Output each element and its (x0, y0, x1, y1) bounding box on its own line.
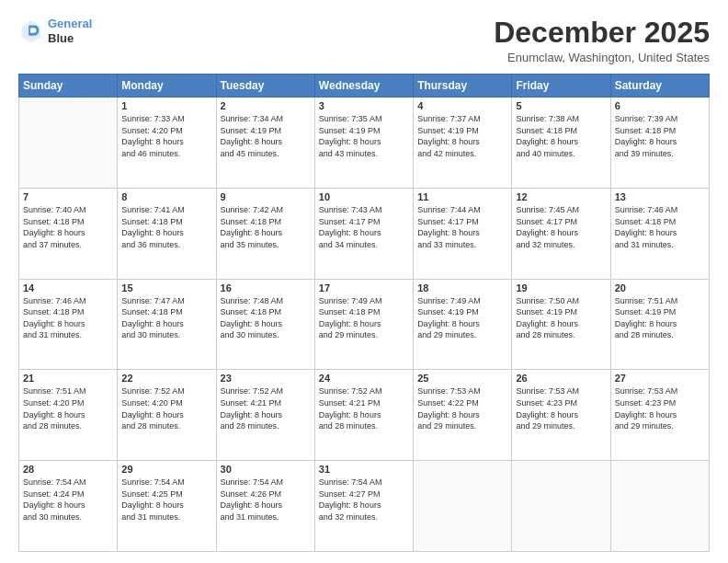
calendar-day-header: Thursday (414, 75, 512, 98)
calendar-day-header: Monday (118, 75, 216, 98)
calendar-cell: 18Sunrise: 7:49 AM Sunset: 4:19 PM Dayli… (414, 279, 512, 370)
calendar-week-row: 14Sunrise: 7:46 AM Sunset: 4:18 PM Dayli… (19, 279, 710, 370)
cell-content: Sunrise: 7:49 AM Sunset: 4:18 PM Dayligh… (319, 295, 409, 341)
calendar-header-row: SundayMondayTuesdayWednesdayThursdayFrid… (19, 75, 710, 98)
calendar-cell: 9Sunrise: 7:42 AM Sunset: 4:18 PM Daylig… (216, 188, 314, 279)
calendar-cell: 17Sunrise: 7:49 AM Sunset: 4:18 PM Dayli… (314, 279, 413, 370)
cell-content: Sunrise: 7:35 AM Sunset: 4:19 PM Dayligh… (319, 113, 409, 159)
title-block: December 2025 Enumclaw, Washington, Unit… (494, 17, 710, 64)
cell-content: Sunrise: 7:53 AM Sunset: 4:22 PM Dayligh… (417, 385, 507, 431)
day-number: 20 (615, 282, 705, 293)
calendar-cell: 26Sunrise: 7:53 AM Sunset: 4:23 PM Dayli… (512, 370, 610, 461)
cell-content: Sunrise: 7:40 AM Sunset: 4:18 PM Dayligh… (23, 204, 113, 250)
day-number: 12 (516, 191, 606, 202)
logo-line2: Blue (48, 31, 92, 46)
calendar-cell (610, 461, 709, 552)
calendar-cell: 5Sunrise: 7:38 AM Sunset: 4:18 PM Daylig… (512, 98, 610, 189)
calendar-week-row: 7Sunrise: 7:40 AM Sunset: 4:18 PM Daylig… (19, 188, 710, 279)
calendar-day-header: Wednesday (314, 75, 413, 98)
calendar-day-header: Sunday (19, 75, 118, 98)
calendar-table: SundayMondayTuesdayWednesdayThursdayFrid… (18, 74, 710, 552)
day-number: 6 (615, 100, 705, 111)
day-number: 24 (319, 373, 409, 384)
day-number: 13 (615, 191, 705, 202)
day-number: 8 (121, 191, 211, 202)
day-number: 2 (221, 100, 311, 111)
calendar-cell (512, 461, 610, 552)
day-number: 7 (23, 191, 113, 202)
calendar-cell: 13Sunrise: 7:46 AM Sunset: 4:18 PM Dayli… (610, 188, 709, 279)
calendar-cell: 1Sunrise: 7:33 AM Sunset: 4:20 PM Daylig… (118, 98, 216, 189)
day-number: 9 (221, 191, 311, 202)
cell-content: Sunrise: 7:54 AM Sunset: 4:26 PM Dayligh… (221, 477, 311, 523)
day-number: 5 (516, 100, 606, 111)
day-number: 18 (417, 282, 507, 293)
day-number: 16 (221, 282, 311, 293)
cell-content: Sunrise: 7:45 AM Sunset: 4:17 PM Dayligh… (516, 204, 606, 250)
calendar-cell: 8Sunrise: 7:41 AM Sunset: 4:18 PM Daylig… (118, 188, 216, 279)
cell-content: Sunrise: 7:52 AM Sunset: 4:21 PM Dayligh… (221, 385, 311, 431)
calendar-cell: 6Sunrise: 7:39 AM Sunset: 4:18 PM Daylig… (610, 98, 709, 189)
day-number: 15 (121, 282, 211, 293)
day-number: 30 (221, 464, 311, 475)
calendar-cell: 29Sunrise: 7:54 AM Sunset: 4:25 PM Dayli… (118, 461, 216, 552)
cell-content: Sunrise: 7:50 AM Sunset: 4:19 PM Dayligh… (516, 295, 606, 341)
calendar-day-header: Saturday (610, 75, 709, 98)
calendar-cell: 22Sunrise: 7:52 AM Sunset: 4:20 PM Dayli… (118, 370, 216, 461)
cell-content: Sunrise: 7:43 AM Sunset: 4:17 PM Dayligh… (319, 204, 409, 250)
cell-content: Sunrise: 7:44 AM Sunset: 4:17 PM Dayligh… (417, 204, 507, 250)
calendar-cell (414, 461, 512, 552)
location: Enumclaw, Washington, United States (494, 51, 710, 64)
cell-content: Sunrise: 7:54 AM Sunset: 4:24 PM Dayligh… (23, 477, 113, 523)
cell-content: Sunrise: 7:41 AM Sunset: 4:18 PM Dayligh… (121, 204, 211, 250)
cell-content: Sunrise: 7:46 AM Sunset: 4:18 PM Dayligh… (615, 204, 705, 250)
day-number: 21 (23, 373, 113, 384)
day-number: 26 (516, 373, 606, 384)
cell-content: Sunrise: 7:42 AM Sunset: 4:18 PM Dayligh… (221, 204, 311, 250)
logo-line1: General (48, 17, 92, 30)
cell-content: Sunrise: 7:53 AM Sunset: 4:23 PM Dayligh… (615, 385, 705, 431)
calendar-cell: 28Sunrise: 7:54 AM Sunset: 4:24 PM Dayli… (19, 461, 118, 552)
calendar-cell: 10Sunrise: 7:43 AM Sunset: 4:17 PM Dayli… (314, 188, 413, 279)
calendar-cell: 27Sunrise: 7:53 AM Sunset: 4:23 PM Dayli… (610, 370, 709, 461)
calendar-cell: 24Sunrise: 7:52 AM Sunset: 4:21 PM Dayli… (314, 370, 413, 461)
calendar-cell (19, 98, 118, 189)
cell-content: Sunrise: 7:38 AM Sunset: 4:18 PM Dayligh… (516, 113, 606, 159)
cell-content: Sunrise: 7:53 AM Sunset: 4:23 PM Dayligh… (516, 385, 606, 431)
day-number: 11 (417, 191, 507, 202)
calendar-day-header: Tuesday (216, 75, 314, 98)
day-number: 28 (23, 464, 113, 475)
day-number: 27 (615, 373, 705, 384)
day-number: 19 (516, 282, 606, 293)
header: General Blue December 2025 Enumclaw, Was… (18, 17, 710, 64)
day-number: 17 (319, 282, 409, 293)
day-number: 25 (417, 373, 507, 384)
cell-content: Sunrise: 7:48 AM Sunset: 4:18 PM Dayligh… (221, 295, 311, 341)
calendar-cell: 14Sunrise: 7:46 AM Sunset: 4:18 PM Dayli… (19, 279, 118, 370)
cell-content: Sunrise: 7:34 AM Sunset: 4:19 PM Dayligh… (221, 113, 311, 159)
cell-content: Sunrise: 7:51 AM Sunset: 4:20 PM Dayligh… (23, 385, 113, 431)
calendar-cell: 2Sunrise: 7:34 AM Sunset: 4:19 PM Daylig… (216, 98, 314, 189)
cell-content: Sunrise: 7:51 AM Sunset: 4:19 PM Dayligh… (615, 295, 705, 341)
day-number: 14 (23, 282, 113, 293)
calendar-cell: 25Sunrise: 7:53 AM Sunset: 4:22 PM Dayli… (414, 370, 512, 461)
day-number: 22 (121, 373, 211, 384)
cell-content: Sunrise: 7:39 AM Sunset: 4:18 PM Dayligh… (615, 113, 705, 159)
calendar-cell: 7Sunrise: 7:40 AM Sunset: 4:18 PM Daylig… (19, 188, 118, 279)
calendar-cell: 21Sunrise: 7:51 AM Sunset: 4:20 PM Dayli… (19, 370, 118, 461)
cell-content: Sunrise: 7:37 AM Sunset: 4:19 PM Dayligh… (417, 113, 507, 159)
calendar-cell: 19Sunrise: 7:50 AM Sunset: 4:19 PM Dayli… (512, 279, 610, 370)
cell-content: Sunrise: 7:52 AM Sunset: 4:20 PM Dayligh… (121, 385, 211, 431)
calendar-cell: 30Sunrise: 7:54 AM Sunset: 4:26 PM Dayli… (216, 461, 314, 552)
page: General Blue December 2025 Enumclaw, Was… (0, 0, 728, 563)
logo: General Blue (18, 17, 92, 45)
calendar-cell: 31Sunrise: 7:54 AM Sunset: 4:27 PM Dayli… (314, 461, 413, 552)
cell-content: Sunrise: 7:46 AM Sunset: 4:18 PM Dayligh… (23, 295, 113, 341)
day-number: 10 (319, 191, 409, 202)
day-number: 31 (319, 464, 409, 475)
cell-content: Sunrise: 7:49 AM Sunset: 4:19 PM Dayligh… (417, 295, 507, 341)
calendar-cell: 12Sunrise: 7:45 AM Sunset: 4:17 PM Dayli… (512, 188, 610, 279)
calendar-cell: 3Sunrise: 7:35 AM Sunset: 4:19 PM Daylig… (314, 98, 413, 189)
calendar-week-row: 21Sunrise: 7:51 AM Sunset: 4:20 PM Dayli… (19, 370, 710, 461)
cell-content: Sunrise: 7:54 AM Sunset: 4:27 PM Dayligh… (319, 477, 409, 523)
